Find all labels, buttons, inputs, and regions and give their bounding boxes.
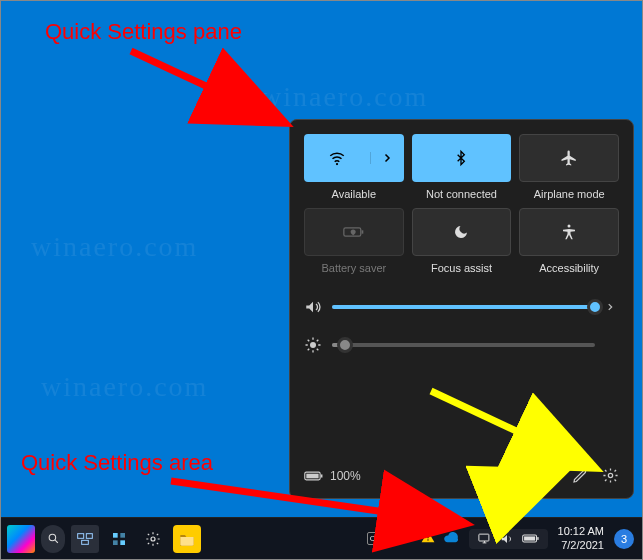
bluetooth-icon (453, 149, 469, 167)
tile-bluetooth-wrap: Not connected (412, 134, 512, 200)
wifi-toggle[interactable] (304, 149, 370, 167)
clock[interactable]: 10:12 AM 7/2/2021 (558, 525, 604, 551)
volume-row (304, 298, 619, 316)
brightness-icon (304, 336, 322, 354)
svg-rect-11 (86, 533, 92, 538)
svg-rect-21 (537, 537, 538, 540)
svg-rect-22 (524, 536, 535, 540)
gear-icon (145, 531, 161, 547)
task-view-icon (77, 533, 93, 545)
chevron-right-icon (381, 152, 393, 164)
svg-rect-15 (113, 540, 118, 545)
volume-flyout-button[interactable] (605, 301, 619, 313)
clock-time: 10:12 AM (558, 525, 604, 538)
annotation-pane: Quick Settings pane (45, 19, 242, 45)
battery-saver-tile (304, 208, 404, 256)
wifi-label: Available (332, 188, 376, 200)
clock-date: 7/2/2021 (558, 539, 604, 552)
focus-assist-label: Focus assist (431, 262, 492, 274)
moon-icon (453, 224, 469, 240)
svg-point-3 (568, 225, 571, 228)
pinned-app-1[interactable] (139, 525, 167, 553)
airplane-tile[interactable] (519, 134, 619, 182)
volume-slider[interactable] (332, 305, 595, 309)
task-view-button[interactable] (71, 525, 99, 553)
tray-onedrive-icon[interactable] (443, 531, 459, 546)
watermark: winaero.com (31, 231, 198, 263)
taskbar: CAN 10:12 AM 7/2/2021 3 (1, 517, 642, 559)
folder-icon (179, 532, 195, 546)
network-icon (477, 532, 492, 545)
bluetooth-label: Not connected (426, 188, 497, 200)
alert-icon (421, 530, 435, 544)
tile-wifi-wrap: Available (304, 134, 404, 200)
svg-point-9 (49, 534, 56, 541)
svg-rect-16 (120, 540, 125, 545)
settings-button[interactable] (602, 467, 619, 484)
tile-accessibility-wrap: Accessibility (519, 208, 619, 274)
chevron-right-icon (605, 301, 615, 313)
watermark: winaero.com (41, 371, 208, 403)
chevron-up-icon (400, 533, 411, 544)
battery-icon (304, 470, 324, 482)
svg-rect-13 (113, 533, 118, 538)
quick-settings-pane: Available Not connected Airplane mode Ba… (289, 119, 634, 499)
focus-assist-tile[interactable] (412, 208, 512, 256)
system-tray (421, 530, 459, 547)
svg-rect-7 (306, 473, 318, 478)
panel-footer: 100% (304, 467, 619, 484)
ime-indicator[interactable]: CAN (367, 532, 390, 545)
tile-battery-saver-wrap: Battery saver (304, 208, 404, 274)
quick-settings-area[interactable] (469, 529, 548, 549)
tray-chevron[interactable] (400, 530, 411, 548)
pencil-icon (572, 468, 588, 484)
brightness-slider[interactable] (332, 343, 595, 347)
cloud-icon (443, 532, 459, 543)
svg-point-8 (608, 473, 612, 477)
tile-focus-assist-wrap: Focus assist (412, 208, 512, 274)
battery-icon (522, 533, 540, 544)
svg-rect-6 (321, 474, 323, 477)
battery-saver-icon (343, 225, 365, 239)
brightness-row (304, 336, 619, 354)
battery-status[interactable]: 100% (304, 469, 361, 483)
svg-rect-19 (478, 534, 488, 541)
accessibility-icon (560, 223, 578, 241)
volume-icon (500, 532, 514, 546)
tray-alert-icon[interactable] (421, 530, 435, 547)
wifi-tile[interactable] (304, 134, 404, 182)
annotation-area: Quick Settings area (21, 450, 213, 476)
battery-saver-label: Battery saver (321, 262, 386, 274)
wifi-icon (328, 149, 346, 167)
gear-icon (602, 467, 619, 484)
start-button[interactable] (7, 525, 35, 553)
airplane-label: Airplane mode (534, 188, 605, 200)
svg-point-0 (336, 163, 338, 165)
accessibility-tile[interactable] (519, 208, 619, 256)
widgets-button[interactable] (105, 525, 133, 553)
svg-point-17 (151, 537, 155, 541)
battery-text: 100% (330, 469, 361, 483)
bluetooth-tile[interactable] (412, 134, 512, 182)
explorer-button[interactable] (173, 525, 201, 553)
volume-icon (304, 298, 322, 316)
accessibility-label: Accessibility (539, 262, 599, 274)
svg-rect-10 (78, 533, 84, 538)
tile-airplane-wrap: Airplane mode (519, 134, 619, 200)
edit-button[interactable] (572, 468, 588, 484)
svg-rect-2 (361, 230, 363, 233)
svg-point-4 (310, 342, 316, 348)
svg-point-18 (427, 539, 428, 540)
wifi-expand[interactable] (370, 152, 404, 164)
svg-rect-14 (120, 533, 125, 538)
watermark: winaero.com (261, 81, 428, 113)
airplane-icon (560, 149, 578, 167)
notification-center-button[interactable]: 3 (614, 529, 634, 549)
widgets-icon (111, 531, 127, 547)
svg-rect-12 (82, 540, 89, 544)
search-button[interactable] (41, 525, 65, 553)
svg-line-23 (131, 51, 281, 121)
search-icon (47, 532, 60, 545)
